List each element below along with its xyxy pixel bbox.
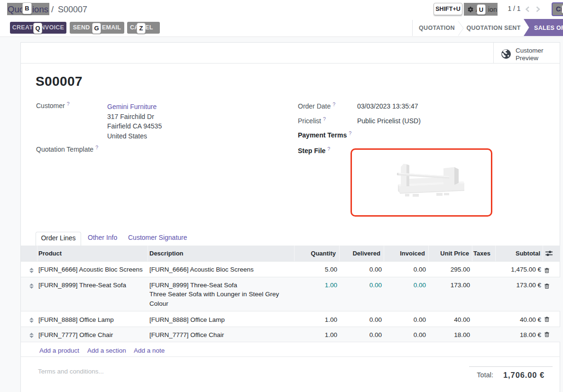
svg-text:QUOTATION: QUOTATION [419,25,455,31]
svg-text:SALES ORDER: SALES ORDER [534,25,563,31]
svg-text:QUOTATION SENT: QUOTATION SENT [466,25,520,31]
